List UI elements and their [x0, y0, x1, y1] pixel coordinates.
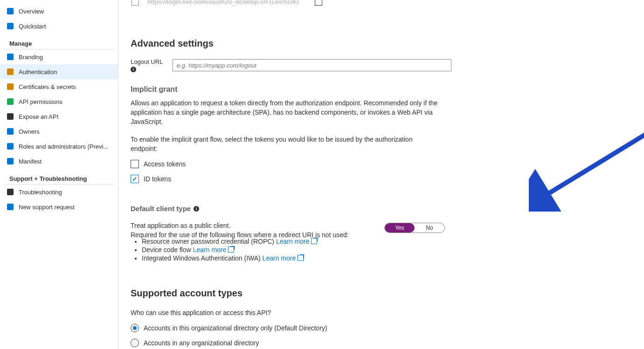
- accounts-this-org-radio[interactable]: [131, 324, 139, 332]
- accounts-any-org-row[interactable]: Accounts in any organizational directory: [131, 339, 632, 347]
- sidebar-icon: [7, 98, 14, 105]
- svg-rect-8: [7, 143, 14, 150]
- external-link-icon: [228, 246, 234, 253]
- sidebar-icon: [7, 157, 14, 165]
- sidebar-item-owners[interactable]: Owners: [0, 124, 118, 139]
- sidebar-item-label: Owners: [19, 128, 40, 135]
- sidebar-icon: [7, 203, 14, 211]
- sidebar-icon: [7, 53, 14, 61]
- external-link-icon: [311, 238, 317, 244]
- sidebar-item-manifest[interactable]: Manifest: [0, 154, 118, 169]
- access-tokens-checkbox[interactable]: [131, 160, 139, 168]
- flows-list: Resource owner password credential (ROPC…: [142, 238, 632, 262]
- sidebar-item-label: Certificates & secrets: [19, 83, 76, 90]
- id-tokens-label: ID tokens: [144, 175, 171, 183]
- implicit-grant-heading: Implicit grant: [131, 85, 632, 94]
- svg-rect-3: [7, 68, 14, 75]
- learn-more-link[interactable]: Learn more: [193, 246, 235, 253]
- sidebar-item-overview[interactable]: Overview: [0, 4, 118, 19]
- sidebar-item-label: Quickstart: [19, 23, 46, 30]
- svg-rect-5: [7, 98, 14, 105]
- logout-url-input[interactable]: [173, 59, 451, 71]
- sidebar-item-label: Authentication: [19, 68, 57, 75]
- sidebar-icon: [7, 7, 14, 15]
- flow-device-code: Device code flow Learn more: [142, 246, 632, 253]
- sidebar-item-authentication[interactable]: Authentication: [0, 64, 118, 79]
- sidebar-item-label: Expose an API: [19, 113, 58, 120]
- advanced-settings-heading: Advanced settings: [131, 38, 632, 49]
- public-client-toggle[interactable]: Yes No: [384, 223, 445, 233]
- sidebar-item-label: Troubleshooting: [19, 189, 62, 196]
- access-tokens-label: Access tokens: [144, 160, 186, 168]
- sidebar-item-certificates-secrets[interactable]: Certificates & secrets: [0, 79, 118, 94]
- sidebar-item-label: Roles and administrators (Previ...: [19, 143, 108, 150]
- sidebar-group-support: Support + Troubleshooting: [4, 169, 114, 185]
- flow-iwa: Integrated Windows Authentication (IWA) …: [142, 254, 632, 262]
- svg-rect-2: [7, 54, 14, 60]
- sidebar-item-roles-and-administrators-previ-[interactable]: Roles and administrators (Previ...: [0, 139, 118, 154]
- info-icon[interactable]: i: [194, 206, 199, 212]
- sidebar-icon: [7, 68, 14, 75]
- toggle-no[interactable]: No: [415, 223, 444, 233]
- copy-icon[interactable]: [315, 0, 322, 6]
- sidebar-item-label: Overview: [19, 8, 44, 15]
- redirect-uri-text: https://login.live.com/oauth20_desktop.s…: [147, 0, 299, 6]
- external-link-icon: [298, 255, 304, 261]
- sidebar: OverviewQuickstart Manage BrandingAuthen…: [0, 0, 118, 349]
- svg-rect-4: [7, 83, 14, 90]
- accounts-this-org-row[interactable]: Accounts in this organizational director…: [131, 324, 632, 332]
- supported-account-types-heading: Supported account types: [131, 288, 632, 299]
- flow-ropc: Resource owner password credential (ROPC…: [142, 238, 632, 245]
- main-content: https://login.live.com/oauth20_desktop.s…: [118, 0, 644, 349]
- implicit-enable-text: To enable the implicit grant flow, selec…: [131, 135, 438, 153]
- svg-rect-9: [7, 158, 14, 164]
- svg-rect-7: [7, 128, 14, 135]
- sidebar-item-troubleshooting[interactable]: Troubleshooting: [0, 185, 118, 199]
- sidebar-item-label: API permissions: [19, 98, 62, 105]
- svg-rect-11: [7, 204, 14, 210]
- sidebar-icon: [7, 22, 14, 30]
- default-client-type-heading: Default client type i: [131, 205, 202, 212]
- accounts-any-org-radio[interactable]: [131, 339, 139, 347]
- id-tokens-row[interactable]: ✓ ID tokens: [131, 175, 632, 183]
- learn-more-link[interactable]: Learn more: [263, 254, 304, 262]
- sidebar-item-label: Branding: [19, 54, 43, 61]
- svg-rect-1: [7, 23, 14, 29]
- sidebar-icon: [7, 83, 14, 90]
- accounts-any-org-label: Accounts in any organizational directory: [144, 339, 259, 347]
- access-tokens-row[interactable]: Access tokens: [131, 160, 632, 168]
- sidebar-item-branding[interactable]: Branding: [0, 49, 118, 64]
- redirect-uri-row: https://login.live.com/oauth20_desktop.s…: [131, 0, 632, 6]
- learn-more-link[interactable]: Learn more: [276, 238, 318, 245]
- sidebar-group-manage: Manage: [4, 34, 114, 49]
- sidebar-icon: [7, 113, 14, 120]
- sidebar-item-expose-an-api[interactable]: Expose an API: [0, 109, 118, 124]
- redirect-uri-checkbox[interactable]: [132, 0, 139, 6]
- info-icon[interactable]: i: [131, 67, 136, 72]
- sidebar-item-label: New support request: [19, 204, 75, 211]
- id-tokens-checkbox[interactable]: ✓: [131, 175, 139, 183]
- sidebar-item-new-support-request[interactable]: New support request: [0, 199, 118, 214]
- svg-rect-6: [7, 113, 14, 120]
- supported-account-types-desc: Who can use this application or access t…: [131, 308, 438, 317]
- logout-url-label: Logout URL i: [131, 58, 173, 72]
- sidebar-item-label: Manifest: [19, 158, 42, 165]
- svg-rect-10: [7, 189, 14, 195]
- sidebar-icon: [7, 188, 14, 196]
- sidebar-item-quickstart[interactable]: Quickstart: [0, 19, 118, 34]
- sidebar-icon: [7, 143, 14, 150]
- toggle-yes[interactable]: Yes: [385, 223, 415, 233]
- svg-rect-0: [7, 8, 14, 14]
- accounts-this-org-label: Accounts in this organizational director…: [144, 324, 327, 332]
- sidebar-item-api-permissions[interactable]: API permissions: [0, 94, 118, 109]
- sidebar-icon: [7, 128, 14, 135]
- implicit-grant-desc: Allows an application to request a token…: [131, 98, 438, 126]
